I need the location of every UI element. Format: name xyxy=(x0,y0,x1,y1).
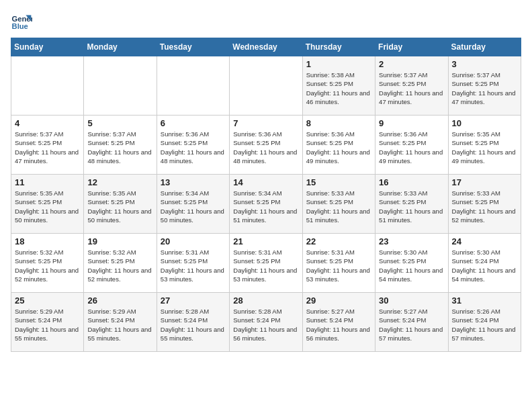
day-number: 12 xyxy=(87,177,152,187)
day-info: Sunrise: 5:37 AMSunset: 5:25 PMDaylight:… xyxy=(379,71,444,106)
day-info: Sunrise: 5:30 AMSunset: 5:25 PMDaylight:… xyxy=(379,248,444,283)
calendar-cell: 7Sunrise: 5:36 AMSunset: 5:25 PMDaylight… xyxy=(230,116,302,175)
col-header-wednesday: Wednesday xyxy=(230,38,302,56)
day-info: Sunrise: 5:35 AMSunset: 5:25 PMDaylight:… xyxy=(87,189,152,224)
calendar-cell: 20Sunrise: 5:31 AMSunset: 5:25 PMDayligh… xyxy=(157,234,229,293)
day-info: Sunrise: 5:30 AMSunset: 5:24 PMDaylight:… xyxy=(452,248,517,283)
calendar-cell: 5Sunrise: 5:37 AMSunset: 5:25 PMDaylight… xyxy=(84,116,157,175)
day-number: 25 xyxy=(15,295,80,306)
calendar-cell: 31Sunrise: 5:26 AMSunset: 5:24 PMDayligh… xyxy=(448,293,521,352)
svg-text:Blue: Blue xyxy=(12,22,28,30)
day-number: 21 xyxy=(233,236,298,246)
day-number: 27 xyxy=(161,295,226,306)
calendar-cell: 17Sunrise: 5:33 AMSunset: 5:25 PMDayligh… xyxy=(448,175,521,234)
calendar-cell: 26Sunrise: 5:29 AMSunset: 5:24 PMDayligh… xyxy=(84,293,157,352)
day-info: Sunrise: 5:36 AMSunset: 5:25 PMDaylight:… xyxy=(161,130,226,165)
day-info: Sunrise: 5:28 AMSunset: 5:24 PMDaylight:… xyxy=(233,307,298,342)
day-number: 31 xyxy=(452,295,517,306)
calendar-cell: 11Sunrise: 5:35 AMSunset: 5:25 PMDayligh… xyxy=(11,175,84,234)
calendar-cell: 1Sunrise: 5:38 AMSunset: 5:25 PMDaylight… xyxy=(302,56,375,116)
calendar-cell: 10Sunrise: 5:35 AMSunset: 5:25 PMDayligh… xyxy=(448,116,521,175)
day-info: Sunrise: 5:27 AMSunset: 5:24 PMDaylight:… xyxy=(306,307,371,342)
col-header-monday: Monday xyxy=(84,38,157,56)
day-info: Sunrise: 5:36 AMSunset: 5:25 PMDaylight:… xyxy=(233,130,298,165)
day-info: Sunrise: 5:36 AMSunset: 5:25 PMDaylight:… xyxy=(379,130,444,165)
day-number: 9 xyxy=(379,118,444,128)
day-info: Sunrise: 5:32 AMSunset: 5:25 PMDaylight:… xyxy=(87,248,152,283)
day-info: Sunrise: 5:37 AMSunset: 5:25 PMDaylight:… xyxy=(452,71,517,106)
calendar-cell xyxy=(230,56,302,116)
day-number: 26 xyxy=(87,295,152,306)
calendar-cell: 16Sunrise: 5:33 AMSunset: 5:25 PMDayligh… xyxy=(375,175,448,234)
day-number: 7 xyxy=(233,118,298,128)
calendar-cell: 4Sunrise: 5:37 AMSunset: 5:25 PMDaylight… xyxy=(11,116,84,175)
day-number: 6 xyxy=(161,118,226,128)
calendar-cell: 14Sunrise: 5:34 AMSunset: 5:25 PMDayligh… xyxy=(230,175,302,234)
day-info: Sunrise: 5:37 AMSunset: 5:25 PMDaylight:… xyxy=(87,130,152,165)
day-number: 10 xyxy=(452,118,517,128)
calendar-cell: 13Sunrise: 5:34 AMSunset: 5:25 PMDayligh… xyxy=(157,175,229,234)
day-info: Sunrise: 5:31 AMSunset: 5:25 PMDaylight:… xyxy=(233,248,298,283)
day-number: 28 xyxy=(233,295,298,306)
day-info: Sunrise: 5:26 AMSunset: 5:24 PMDaylight:… xyxy=(452,307,517,342)
calendar-cell: 8Sunrise: 5:36 AMSunset: 5:25 PMDaylight… xyxy=(302,116,375,175)
calendar-cell: 22Sunrise: 5:31 AMSunset: 5:25 PMDayligh… xyxy=(302,234,375,293)
day-info: Sunrise: 5:31 AMSunset: 5:25 PMDaylight:… xyxy=(306,248,371,283)
day-number: 1 xyxy=(306,59,371,69)
day-info: Sunrise: 5:33 AMSunset: 5:25 PMDaylight:… xyxy=(452,189,517,224)
calendar-cell: 15Sunrise: 5:33 AMSunset: 5:25 PMDayligh… xyxy=(302,175,375,234)
day-number: 15 xyxy=(306,177,371,187)
day-info: Sunrise: 5:36 AMSunset: 5:25 PMDaylight:… xyxy=(306,130,371,165)
day-info: Sunrise: 5:29 AMSunset: 5:24 PMDaylight:… xyxy=(87,307,152,342)
calendar-cell: 9Sunrise: 5:36 AMSunset: 5:25 PMDaylight… xyxy=(375,116,448,175)
day-info: Sunrise: 5:33 AMSunset: 5:25 PMDaylight:… xyxy=(306,189,371,224)
col-header-sunday: Sunday xyxy=(11,38,84,56)
calendar-cell: 12Sunrise: 5:35 AMSunset: 5:25 PMDayligh… xyxy=(84,175,157,234)
day-number: 20 xyxy=(161,236,226,246)
calendar-cell: 19Sunrise: 5:32 AMSunset: 5:25 PMDayligh… xyxy=(84,234,157,293)
day-info: Sunrise: 5:27 AMSunset: 5:24 PMDaylight:… xyxy=(379,307,444,342)
day-number: 19 xyxy=(87,236,152,246)
calendar-cell: 3Sunrise: 5:37 AMSunset: 5:25 PMDaylight… xyxy=(448,56,521,116)
calendar-cell: 27Sunrise: 5:28 AMSunset: 5:24 PMDayligh… xyxy=(157,293,229,352)
calendar-cell: 30Sunrise: 5:27 AMSunset: 5:24 PMDayligh… xyxy=(375,293,448,352)
col-header-saturday: Saturday xyxy=(448,38,521,56)
day-number: 17 xyxy=(452,177,517,187)
day-info: Sunrise: 5:28 AMSunset: 5:24 PMDaylight:… xyxy=(161,307,226,342)
calendar-cell: 6Sunrise: 5:36 AMSunset: 5:25 PMDaylight… xyxy=(157,116,229,175)
calendar-cell: 21Sunrise: 5:31 AMSunset: 5:25 PMDayligh… xyxy=(230,234,302,293)
day-info: Sunrise: 5:37 AMSunset: 5:25 PMDaylight:… xyxy=(15,130,80,165)
day-info: Sunrise: 5:34 AMSunset: 5:25 PMDaylight:… xyxy=(161,189,226,224)
day-number: 16 xyxy=(379,177,444,187)
day-number: 8 xyxy=(306,118,371,128)
col-header-tuesday: Tuesday xyxy=(157,38,229,56)
calendar-cell: 18Sunrise: 5:32 AMSunset: 5:25 PMDayligh… xyxy=(11,234,84,293)
day-number: 22 xyxy=(306,236,371,246)
calendar-cell xyxy=(84,56,157,116)
day-info: Sunrise: 5:34 AMSunset: 5:25 PMDaylight:… xyxy=(233,189,298,224)
day-number: 23 xyxy=(379,236,444,246)
day-number: 18 xyxy=(15,236,80,246)
col-header-friday: Friday xyxy=(375,38,448,56)
day-number: 30 xyxy=(379,295,444,306)
calendar-cell: 2Sunrise: 5:37 AMSunset: 5:25 PMDaylight… xyxy=(375,56,448,116)
day-info: Sunrise: 5:35 AMSunset: 5:25 PMDaylight:… xyxy=(452,130,517,165)
logo[interactable]: General Blue xyxy=(11,11,35,32)
day-number: 3 xyxy=(452,59,517,69)
day-number: 2 xyxy=(379,59,444,69)
day-number: 24 xyxy=(452,236,517,246)
day-number: 29 xyxy=(306,295,371,306)
day-info: Sunrise: 5:38 AMSunset: 5:25 PMDaylight:… xyxy=(306,71,371,106)
calendar-cell: 24Sunrise: 5:30 AMSunset: 5:24 PMDayligh… xyxy=(448,234,521,293)
day-info: Sunrise: 5:35 AMSunset: 5:25 PMDaylight:… xyxy=(15,189,80,224)
calendar-cell: 23Sunrise: 5:30 AMSunset: 5:25 PMDayligh… xyxy=(375,234,448,293)
day-info: Sunrise: 5:33 AMSunset: 5:25 PMDaylight:… xyxy=(379,189,444,224)
day-number: 11 xyxy=(15,177,80,187)
page-header: General Blue xyxy=(11,11,521,32)
calendar-cell xyxy=(157,56,229,116)
calendar-cell xyxy=(11,56,84,116)
day-info: Sunrise: 5:31 AMSunset: 5:25 PMDaylight:… xyxy=(161,248,226,283)
calendar-cell: 28Sunrise: 5:28 AMSunset: 5:24 PMDayligh… xyxy=(230,293,302,352)
day-info: Sunrise: 5:29 AMSunset: 5:24 PMDaylight:… xyxy=(15,307,80,342)
calendar-cell: 25Sunrise: 5:29 AMSunset: 5:24 PMDayligh… xyxy=(11,293,84,352)
